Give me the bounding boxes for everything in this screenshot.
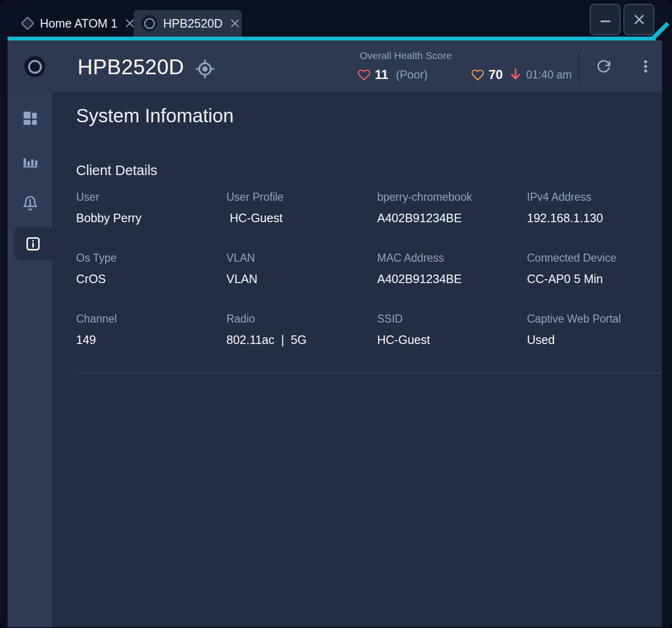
field-value: A402B91234BE bbox=[377, 272, 527, 286]
field-label: SSID bbox=[377, 312, 527, 325]
detail-field: Os Type CrOS bbox=[76, 251, 226, 286]
detail-field: Captive Web Portal Used bbox=[527, 312, 662, 347]
heart-poor-icon bbox=[358, 69, 370, 81]
field-label: bperry-chromebook bbox=[377, 190, 527, 204]
field-label: MAC Address bbox=[377, 251, 527, 265]
field-label: IPv4 Address bbox=[527, 190, 662, 204]
sidebar-item-system-info[interactable] bbox=[14, 227, 52, 260]
minimize-button[interactable] bbox=[590, 4, 621, 35]
tab-label: HPB2520D bbox=[163, 17, 223, 30]
sidebar-item-dashboard[interactable] bbox=[8, 101, 52, 135]
field-value: A402B91234BE bbox=[377, 211, 527, 226]
client-details-grid: User Bobby Perry User Profile HC-Guest b… bbox=[76, 190, 662, 347]
locate-icon[interactable] bbox=[195, 59, 215, 79]
app-window: Home ATOM 1 HPB2520D bbox=[0, 0, 672, 628]
field-label: User bbox=[76, 190, 226, 204]
field-value: 149 bbox=[76, 333, 226, 347]
detail-field: IPv4 Address 192.168.1.130 bbox=[527, 190, 662, 226]
field-value: Used bbox=[527, 333, 662, 347]
accent-underline bbox=[8, 37, 656, 40]
kebab-menu-icon[interactable] bbox=[638, 59, 653, 74]
device-header: HPB2520D Overall Health Score 11 (Poor) … bbox=[8, 40, 662, 92]
info-icon bbox=[24, 235, 42, 253]
tab-bar: Home ATOM 1 HPB2520D bbox=[0, 0, 672, 37]
health-qualifier: (Poor) bbox=[396, 68, 428, 81]
field-value: Bobby Perry bbox=[76, 211, 226, 226]
device-title: HPB2520D bbox=[78, 55, 184, 79]
bar-chart-icon bbox=[21, 152, 39, 169]
tab-label: Home ATOM 1 bbox=[40, 17, 117, 30]
previous-health-score: 70 bbox=[488, 68, 503, 82]
health-score-label: Overall Health Score bbox=[354, 50, 457, 61]
field-value: 192.168.1.130 bbox=[527, 211, 662, 226]
field-label: Radio bbox=[226, 312, 377, 325]
field-label: Connected Device bbox=[527, 251, 662, 265]
field-label: Channel bbox=[76, 312, 226, 325]
detail-field: Channel 149 bbox=[76, 312, 226, 347]
main-content: System Infomation Client Details User Bo… bbox=[52, 92, 662, 627]
sidebar-item-alerts[interactable] bbox=[8, 186, 52, 219]
device-circle-icon bbox=[141, 15, 157, 31]
device-logo-icon bbox=[24, 56, 45, 77]
detail-field: User Bobby Perry bbox=[76, 190, 226, 226]
field-value: CC-AP0 5 Min bbox=[527, 272, 662, 286]
health-score-row: 11 (Poor) 70 01:40 am bbox=[358, 67, 572, 83]
current-health-score: 11 bbox=[375, 68, 389, 82]
sidebar-item-analytics[interactable] bbox=[8, 144, 52, 177]
field-value: VLAN bbox=[226, 272, 377, 286]
page-title: System Infomation bbox=[76, 104, 234, 127]
section-title: Client Details bbox=[76, 161, 157, 179]
field-label: User Profile bbox=[226, 190, 377, 204]
refresh-icon[interactable] bbox=[596, 59, 611, 74]
alert-bell-icon bbox=[21, 194, 39, 212]
close-window-button[interactable] bbox=[623, 4, 654, 35]
section-divider bbox=[76, 373, 662, 373]
field-label: Os Type bbox=[76, 251, 226, 265]
header-divider bbox=[578, 51, 580, 81]
detail-field: User Profile HC-Guest bbox=[226, 190, 377, 226]
field-value: HC-Guest bbox=[226, 211, 377, 226]
detail-field: SSID HC-Guest bbox=[377, 312, 527, 347]
field-value: CrOS bbox=[76, 272, 226, 286]
tab-hpb2520d[interactable]: HPB2520D bbox=[134, 10, 242, 37]
detail-field: bperry-chromebook A402B91234BE bbox=[377, 190, 527, 226]
diamond-icon bbox=[19, 15, 36, 32]
detail-field: Connected Device CC-AP0 5 Min bbox=[527, 251, 662, 286]
detail-field: Radio 802.11ac | 5G bbox=[226, 312, 377, 347]
field-label: Captive Web Portal bbox=[527, 312, 662, 325]
field-value: HC-Guest bbox=[377, 333, 527, 347]
trend-down-arrow-icon bbox=[509, 68, 522, 82]
detail-field: VLAN VLAN bbox=[226, 251, 377, 286]
heart-fair-icon bbox=[471, 69, 484, 81]
tab-home-atom-1[interactable]: Home ATOM 1 bbox=[19, 10, 129, 37]
minimize-icon bbox=[598, 12, 613, 27]
dashboard-icon bbox=[21, 109, 39, 127]
detail-field: MAC Address A402B91234BE bbox=[377, 251, 527, 286]
tab-close-icon[interactable] bbox=[229, 18, 241, 29]
field-label: VLAN bbox=[226, 251, 377, 265]
close-icon bbox=[633, 13, 646, 26]
field-value: 802.11ac | 5G bbox=[226, 333, 377, 347]
sidebar-nav bbox=[8, 92, 52, 627]
health-timestamp: 01:40 am bbox=[526, 69, 572, 81]
